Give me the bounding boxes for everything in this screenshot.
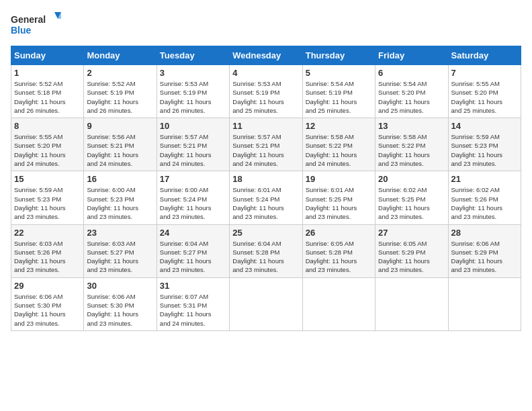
col-header-wednesday: Wednesday [230, 46, 302, 65]
day-info: Sunrise: 5:56 AMSunset: 5:21 PMDaylight:… [87, 132, 153, 168]
day-info: Sunrise: 6:05 AMSunset: 5:28 PMDaylight:… [306, 239, 372, 275]
calendar-cell [302, 277, 375, 330]
day-number: 14 [451, 121, 518, 131]
page-header: General Blue [11, 11, 521, 38]
col-header-tuesday: Tuesday [157, 46, 229, 65]
calendar-cell [375, 277, 448, 330]
day-info: Sunrise: 5:52 AMSunset: 5:19 PMDaylight:… [87, 79, 153, 115]
day-number: 4 [232, 68, 299, 78]
calendar-cell: 25Sunrise: 6:04 AMSunset: 5:28 PMDayligh… [230, 224, 302, 277]
day-number: 6 [378, 68, 445, 78]
calendar-cell: 31Sunrise: 6:07 AMSunset: 5:31 PMDayligh… [157, 277, 229, 330]
day-info: Sunrise: 5:53 AMSunset: 5:19 PMDaylight:… [232, 79, 299, 115]
calendar-cell: 17Sunrise: 6:00 AMSunset: 5:24 PMDayligh… [157, 171, 229, 224]
calendar-cell: 15Sunrise: 5:59 AMSunset: 5:23 PMDayligh… [11, 171, 84, 224]
day-number: 30 [87, 281, 153, 291]
day-info: Sunrise: 6:02 AMSunset: 5:26 PMDaylight:… [451, 185, 518, 221]
day-number: 11 [232, 121, 299, 131]
calendar-cell: 30Sunrise: 6:06 AMSunset: 5:30 PMDayligh… [84, 277, 157, 330]
day-number: 23 [87, 228, 153, 238]
logo-svg: General Blue [11, 11, 64, 38]
logo: General Blue [11, 11, 64, 38]
day-number: 22 [14, 228, 81, 238]
day-number: 3 [160, 68, 226, 78]
calendar-cell: 22Sunrise: 6:03 AMSunset: 5:26 PMDayligh… [11, 224, 84, 277]
day-info: Sunrise: 6:03 AMSunset: 5:27 PMDaylight:… [87, 239, 153, 275]
calendar-cell: 27Sunrise: 6:05 AMSunset: 5:29 PMDayligh… [375, 224, 448, 277]
calendar-cell [448, 277, 521, 330]
col-header-monday: Monday [84, 46, 157, 65]
day-info: Sunrise: 6:04 AMSunset: 5:28 PMDaylight:… [232, 239, 299, 275]
day-number: 2 [87, 68, 153, 78]
col-header-friday: Friday [375, 46, 448, 65]
calendar-cell: 10Sunrise: 5:57 AMSunset: 5:21 PMDayligh… [157, 118, 229, 171]
day-info: Sunrise: 5:58 AMSunset: 5:22 PMDaylight:… [306, 132, 372, 168]
svg-text:General: General [11, 14, 46, 25]
col-header-sunday: Sunday [11, 46, 84, 65]
day-info: Sunrise: 6:07 AMSunset: 5:31 PMDaylight:… [160, 292, 226, 328]
calendar-cell: 23Sunrise: 6:03 AMSunset: 5:27 PMDayligh… [84, 224, 157, 277]
day-info: Sunrise: 6:05 AMSunset: 5:29 PMDaylight:… [378, 239, 445, 275]
day-number: 1 [14, 68, 81, 78]
day-number: 7 [451, 68, 518, 78]
calendar-cell: 7Sunrise: 5:55 AMSunset: 5:20 PMDaylight… [448, 65, 521, 118]
day-info: Sunrise: 6:02 AMSunset: 5:25 PMDaylight:… [378, 185, 445, 221]
day-info: Sunrise: 5:54 AMSunset: 5:19 PMDaylight:… [306, 79, 372, 115]
calendar-cell: 14Sunrise: 5:59 AMSunset: 5:23 PMDayligh… [448, 118, 521, 171]
day-info: Sunrise: 6:04 AMSunset: 5:27 PMDaylight:… [160, 239, 226, 275]
calendar-cell: 9Sunrise: 5:56 AMSunset: 5:21 PMDaylight… [84, 118, 157, 171]
calendar-cell: 3Sunrise: 5:53 AMSunset: 5:19 PMDaylight… [157, 65, 229, 118]
day-info: Sunrise: 5:53 AMSunset: 5:19 PMDaylight:… [160, 79, 226, 115]
day-number: 15 [14, 174, 81, 184]
calendar-cell: 20Sunrise: 6:02 AMSunset: 5:25 PMDayligh… [375, 171, 448, 224]
day-info: Sunrise: 5:59 AMSunset: 5:23 PMDaylight:… [451, 132, 518, 168]
day-number: 26 [306, 228, 372, 238]
day-number: 21 [451, 174, 518, 184]
day-info: Sunrise: 5:57 AMSunset: 5:21 PMDaylight:… [160, 132, 226, 168]
day-number: 9 [87, 121, 153, 131]
calendar-cell: 19Sunrise: 6:01 AMSunset: 5:25 PMDayligh… [302, 171, 375, 224]
day-number: 17 [160, 174, 226, 184]
day-number: 12 [306, 121, 372, 131]
day-number: 28 [451, 228, 518, 238]
calendar-cell: 13Sunrise: 5:58 AMSunset: 5:22 PMDayligh… [375, 118, 448, 171]
calendar-cell: 11Sunrise: 5:57 AMSunset: 5:21 PMDayligh… [230, 118, 302, 171]
day-info: Sunrise: 6:06 AMSunset: 5:29 PMDaylight:… [451, 239, 518, 275]
calendar-week-row: 1Sunrise: 5:52 AMSunset: 5:18 PMDaylight… [11, 65, 521, 118]
day-number: 20 [378, 174, 445, 184]
day-number: 27 [378, 228, 445, 238]
day-info: Sunrise: 6:00 AMSunset: 5:24 PMDaylight:… [160, 185, 226, 221]
calendar-cell: 1Sunrise: 5:52 AMSunset: 5:18 PMDaylight… [11, 65, 84, 118]
day-number: 19 [306, 174, 372, 184]
day-number: 24 [160, 228, 226, 238]
calendar-cell: 6Sunrise: 5:54 AMSunset: 5:20 PMDaylight… [375, 65, 448, 118]
calendar-cell: 12Sunrise: 5:58 AMSunset: 5:22 PMDayligh… [302, 118, 375, 171]
day-info: Sunrise: 5:59 AMSunset: 5:23 PMDaylight:… [14, 185, 81, 221]
day-number: 13 [378, 121, 445, 131]
calendar-cell: 16Sunrise: 6:00 AMSunset: 5:23 PMDayligh… [84, 171, 157, 224]
calendar-cell: 5Sunrise: 5:54 AMSunset: 5:19 PMDaylight… [302, 65, 375, 118]
col-header-saturday: Saturday [448, 46, 521, 65]
calendar-week-row: 29Sunrise: 6:06 AMSunset: 5:30 PMDayligh… [11, 277, 521, 330]
day-number: 5 [306, 68, 372, 78]
calendar-cell: 28Sunrise: 6:06 AMSunset: 5:29 PMDayligh… [448, 224, 521, 277]
day-info: Sunrise: 6:01 AMSunset: 5:24 PMDaylight:… [232, 185, 299, 221]
calendar-cell [230, 277, 302, 330]
day-info: Sunrise: 5:55 AMSunset: 5:20 PMDaylight:… [14, 132, 81, 168]
svg-text:Blue: Blue [11, 25, 32, 36]
day-number: 8 [14, 121, 81, 131]
day-info: Sunrise: 5:54 AMSunset: 5:20 PMDaylight:… [378, 79, 445, 115]
day-number: 29 [14, 281, 81, 291]
calendar-cell: 26Sunrise: 6:05 AMSunset: 5:28 PMDayligh… [302, 224, 375, 277]
day-info: Sunrise: 5:55 AMSunset: 5:20 PMDaylight:… [451, 79, 518, 115]
calendar-cell: 2Sunrise: 5:52 AMSunset: 5:19 PMDaylight… [84, 65, 157, 118]
day-info: Sunrise: 5:57 AMSunset: 5:21 PMDaylight:… [232, 132, 299, 168]
calendar-table: SundayMondayTuesdayWednesdayThursdayFrid… [11, 46, 521, 331]
day-info: Sunrise: 6:01 AMSunset: 5:25 PMDaylight:… [306, 185, 372, 221]
day-number: 25 [232, 228, 299, 238]
day-info: Sunrise: 5:58 AMSunset: 5:22 PMDaylight:… [378, 132, 445, 168]
calendar-cell: 24Sunrise: 6:04 AMSunset: 5:27 PMDayligh… [157, 224, 229, 277]
day-info: Sunrise: 5:52 AMSunset: 5:18 PMDaylight:… [14, 79, 81, 115]
day-number: 31 [160, 281, 226, 291]
col-header-thursday: Thursday [302, 46, 375, 65]
